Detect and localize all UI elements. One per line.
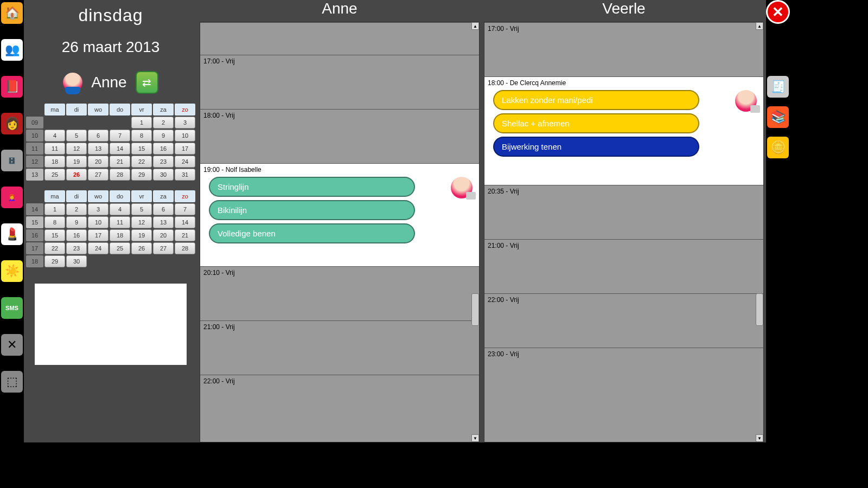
week-number[interactable]: 11	[26, 143, 43, 155]
calendar-day[interactable]: 16	[153, 143, 174, 155]
calendar-day[interactable]: 21	[110, 156, 130, 168]
calendar-day[interactable]: 13	[88, 143, 108, 155]
free-slot[interactable]: 17:00 - Vrij	[200, 55, 479, 109]
calendar-day[interactable]: 26	[66, 169, 87, 181]
appointment-slot[interactable]: 18:00 - De Clercq AnnemieLakken zonder m…	[484, 76, 763, 185]
calendar-day[interactable]: 12	[66, 143, 87, 155]
calendar-day[interactable]: 5	[131, 203, 152, 215]
calendar-day[interactable]: 31	[175, 169, 195, 181]
calendar-day[interactable]: 30	[66, 255, 87, 267]
calendar-day[interactable]: 22	[131, 156, 152, 168]
free-slot[interactable]: 21:00 - Vrij	[200, 320, 479, 375]
calendar-day[interactable]: 1	[44, 203, 65, 215]
notes-box[interactable]	[35, 284, 187, 365]
free-slot[interactable]: 22:00 - Vrij	[484, 293, 763, 348]
treatment-pill[interactable]: Volledige benen	[209, 223, 415, 243]
tools-icon[interactable]: ✕	[1, 334, 23, 356]
lipstick-icon[interactable]: 💄	[1, 223, 23, 245]
free-slot[interactable]: 18:00 - Vrij	[200, 109, 479, 163]
calendar-day[interactable]: 6	[153, 203, 174, 215]
calendar-day[interactable]: 2	[66, 203, 87, 215]
calendar-day[interactable]: 5	[66, 130, 87, 142]
calendar-day[interactable]: 6	[88, 130, 108, 142]
calendar-day[interactable]: 11	[44, 143, 65, 155]
scroll-up-button[interactable]: ▲	[756, 22, 763, 30]
calendar-day[interactable]: 24	[175, 156, 195, 168]
calendar-day[interactable]: 17	[175, 143, 195, 155]
week-number[interactable]: 18	[26, 255, 43, 267]
calendar-day[interactable]: 24	[88, 242, 108, 254]
calendar-day[interactable]: 17	[88, 229, 108, 241]
free-slot[interactable]: 20:10 - Vrij	[200, 266, 479, 320]
calendar-day[interactable]: 30	[153, 169, 174, 181]
calendar-day[interactable]: 12	[131, 216, 152, 228]
treatment-pill[interactable]: Bikinilijn	[209, 200, 415, 220]
calendar-day[interactable]: 25	[44, 169, 65, 181]
calendar-day[interactable]: 1	[131, 117, 152, 129]
calendar-day[interactable]: 20	[88, 156, 108, 168]
week-number[interactable]: 09	[26, 117, 43, 129]
calendar-day[interactable]: 19	[131, 229, 152, 241]
calendar-day[interactable]: 3	[175, 117, 195, 129]
calendar-day[interactable]: 14	[175, 216, 195, 228]
calendar-day[interactable]: 29	[131, 169, 152, 181]
calendar-day[interactable]: 15	[131, 143, 152, 155]
calendar-day[interactable]: 4	[44, 130, 65, 142]
week-number[interactable]: 15	[26, 216, 43, 228]
coins-icon[interactable]: 🪙	[767, 137, 789, 158]
calendar-day[interactable]: 28	[110, 169, 130, 181]
calendar-day[interactable]: 10	[88, 216, 108, 228]
calendar-day[interactable]: 18	[44, 156, 65, 168]
calendar-day[interactable]: 19	[66, 156, 87, 168]
calendar-day[interactable]: 10	[175, 130, 195, 142]
books-icon[interactable]: 📚	[767, 106, 789, 128]
users-icon[interactable]: 👥	[1, 39, 23, 61]
free-slot[interactable]	[200, 22, 479, 55]
free-slot[interactable]: 21:00 - Vrij	[484, 239, 763, 293]
calendar-day[interactable]: 3	[88, 203, 108, 215]
home-icon[interactable]: 🏠	[1, 2, 23, 24]
sun-icon[interactable]: ☀️	[1, 260, 23, 282]
scroll-thumb[interactable]	[756, 293, 763, 326]
treatment-pill[interactable]: Lakken zonder mani/pedi	[493, 90, 699, 110]
calendar-day[interactable]: 18	[110, 229, 130, 241]
calendar-day[interactable]: 23	[153, 156, 174, 168]
calendar-day[interactable]: 14	[110, 143, 130, 155]
calendar-day[interactable]: 7	[175, 203, 195, 215]
calendar-day[interactable]: 28	[175, 242, 195, 254]
cabinet-icon[interactable]: 🗄️	[1, 150, 23, 171]
week-number[interactable]: 17	[26, 242, 43, 254]
treatment-pill[interactable]: Stringlijn	[209, 177, 415, 197]
free-slot[interactable]: 17:00 - Vrij	[484, 22, 763, 76]
sms-icon[interactable]: SMS	[1, 297, 23, 319]
scroll-up-button[interactable]: ▲	[471, 22, 479, 30]
face-icon[interactable]: 👩‍🦰	[1, 187, 23, 208]
layers-icon[interactable]: ⬚	[1, 371, 23, 393]
week-number[interactable]: 12	[26, 156, 43, 168]
schedule-body[interactable]: 17:00 - Vrij18:00 - Vrij19:00 - Nolf Isa…	[200, 22, 480, 442]
week-number[interactable]: 16	[26, 229, 43, 241]
scroll-thumb[interactable]	[471, 293, 479, 326]
week-number[interactable]: 10	[26, 130, 43, 142]
calendar-day[interactable]: 22	[44, 242, 65, 254]
register-icon[interactable]: 🧾	[767, 76, 789, 98]
appointment-slot[interactable]: 19:00 - Nolf IsabelleStringlijnBikinilij…	[200, 163, 479, 266]
calendar-day[interactable]: 20	[153, 229, 174, 241]
calendar-day[interactable]: 13	[153, 216, 174, 228]
calendar-day[interactable]: 26	[131, 242, 152, 254]
treatment-pill[interactable]: Bijwerking tenen	[493, 137, 699, 157]
calendar-day[interactable]: 2	[153, 117, 174, 129]
scroll-down-button[interactable]: ▼	[471, 434, 479, 442]
calendar-day[interactable]: 27	[153, 242, 174, 254]
calendar-day[interactable]: 9	[66, 216, 87, 228]
calendar-day[interactable]: 16	[66, 229, 87, 241]
book-icon[interactable]: 📕	[1, 76, 23, 98]
calendar-day[interactable]: 27	[88, 169, 108, 181]
calendar-day[interactable]: 7	[110, 130, 130, 142]
free-slot[interactable]: 22:00 - Vrij	[200, 375, 479, 418]
scroll-down-button[interactable]: ▼	[756, 434, 763, 442]
calendar-day[interactable]: 9	[153, 130, 174, 142]
week-number[interactable]: 14	[26, 203, 43, 215]
calendar-day[interactable]: 4	[110, 203, 130, 215]
free-slot[interactable]: 20:35 - Vrij	[484, 185, 763, 239]
